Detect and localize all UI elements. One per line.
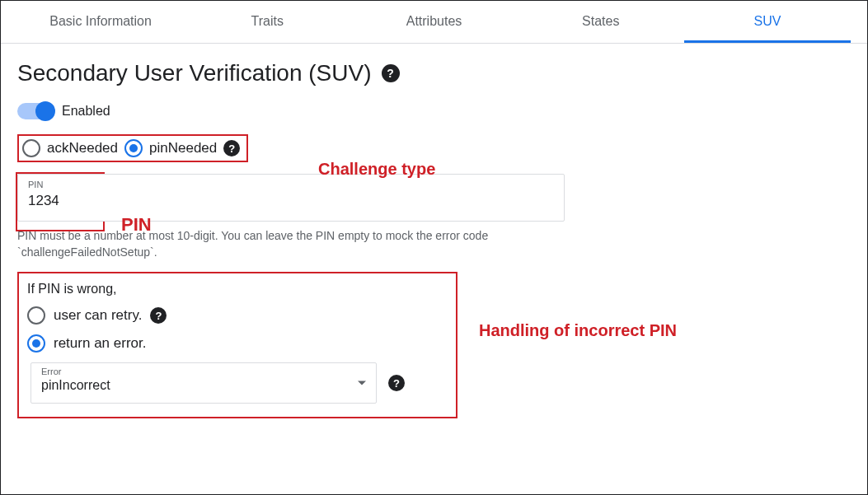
help-icon[interactable]: ? (388, 375, 405, 391)
pin-helper-text: PIN must be a number at most 10-digit. Y… (17, 228, 565, 260)
tab-attributes[interactable]: Attributes (350, 1, 517, 43)
radio-ackneeded[interactable] (22, 139, 40, 157)
pin-input[interactable] (28, 193, 554, 209)
annotation-pin: PIN (121, 213, 152, 236)
enabled-toggle[interactable] (17, 103, 54, 119)
wrong-pin-section: If PIN is wrong, user can retry. ? retur… (17, 272, 457, 418)
toggle-thumb (35, 101, 55, 121)
radio-user-retry[interactable] (27, 306, 45, 325)
tabs: Basic Information Traits Attributes Stat… (1, 1, 867, 44)
wrong-pin-heading: If PIN is wrong, (27, 282, 446, 297)
page-title: Secondary User Verification (SUV) (17, 60, 372, 86)
pin-label: PIN (28, 180, 43, 189)
annotation-handling: Handling of incorrect PIN (479, 320, 677, 341)
help-icon[interactable]: ? (223, 140, 240, 156)
tab-suv[interactable]: SUV (684, 1, 851, 43)
chevron-down-icon (358, 381, 366, 385)
enabled-label: Enabled (62, 104, 110, 119)
radio-pinneeded-label: pinNeeded (149, 140, 217, 156)
tab-traits[interactable]: Traits (184, 1, 350, 43)
radio-ackneeded-label: ackNeeded (47, 140, 118, 156)
radio-return-error[interactable] (27, 334, 45, 353)
tab-states[interactable]: States (518, 1, 684, 43)
tab-basic-information[interactable]: Basic Information (17, 1, 184, 43)
help-icon[interactable]: ? (150, 307, 167, 324)
error-select-label: Error (41, 367, 61, 376)
radio-pinneeded[interactable] (124, 139, 143, 157)
radio-return-error-label: return an error. (54, 335, 146, 352)
radio-user-retry-label: user can retry. (54, 307, 142, 324)
challenge-type-group: ackNeeded pinNeeded ? (17, 134, 248, 162)
pin-field[interactable]: PIN (17, 174, 565, 222)
error-select[interactable]: Error pinIncorrect (30, 362, 377, 404)
help-icon[interactable]: ? (382, 64, 400, 82)
annotation-challenge-type: Challenge type (318, 159, 435, 180)
error-select-value: pinIncorrect (41, 378, 366, 393)
